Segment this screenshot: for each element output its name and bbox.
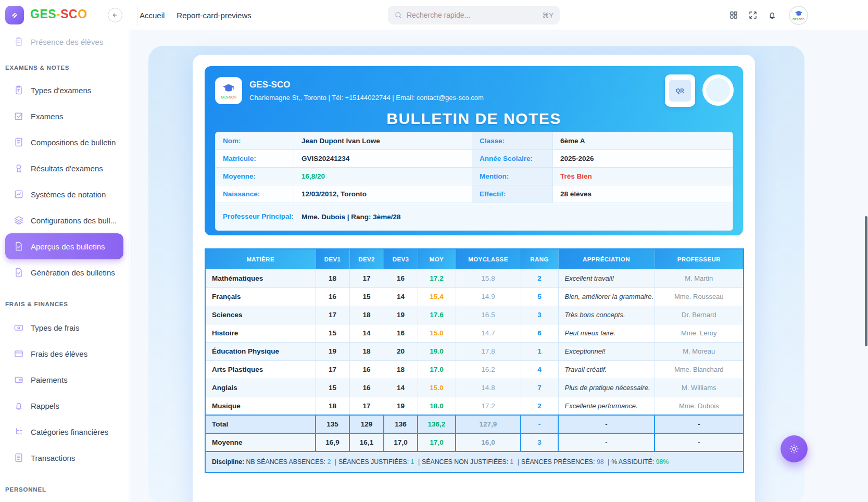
cell-professeur: M. Moreau bbox=[655, 342, 744, 360]
cell-moyclasse: 16,0 bbox=[456, 433, 521, 451]
discipline-separator: | bbox=[333, 458, 338, 466]
school-contact: Charlemagne St,, Toronto | Tél: +1514402… bbox=[249, 94, 484, 102]
grades-header-row: MATIÈREDEV1DEV2DEV3MOYMOYCLASSERANGAPPRÉ… bbox=[205, 249, 744, 269]
cell-appreciation: - bbox=[558, 415, 655, 433]
info-label-annee-scolaire: Année Scolaire: bbox=[472, 150, 553, 168]
sidebar-item-label: Aperçus des bulletins bbox=[31, 242, 105, 251]
cell-moyclasse: 16.5 bbox=[456, 306, 521, 324]
clipboard-icon bbox=[14, 36, 24, 47]
grades-table-wrap: MATIÈREDEV1DEV2DEV3MOYMOYCLASSERANGAPPRÉ… bbox=[205, 248, 743, 473]
cell-rang: 6 bbox=[521, 324, 558, 342]
cell-rang: 5 bbox=[521, 287, 558, 306]
sidebar-item-apercus-des-bulletins[interactable]: Aperçus des bulletins bbox=[5, 233, 123, 259]
cell-dev1: 16,9 bbox=[316, 433, 349, 451]
cell-rang: 4 bbox=[521, 360, 558, 379]
sidebar-item-compositions-de-bulletin[interactable]: Compositions de bulletin bbox=[5, 129, 123, 155]
cell-moy: 15.4 bbox=[418, 287, 456, 306]
sidebar-item-transactions[interactable]: Transactions bbox=[5, 445, 123, 471]
vertical-scrollbar[interactable] bbox=[865, 216, 867, 346]
sidebar-item-frais-des-eleves[interactable]: Frais des élèves bbox=[5, 341, 123, 367]
sidebar-item-generation-des-bulletins[interactable]: Génération des bulletins bbox=[5, 259, 123, 285]
graduation-cap-icon bbox=[220, 83, 237, 95]
tree-icon bbox=[14, 426, 24, 437]
sidebar-item-label: Paiements bbox=[31, 375, 68, 384]
discipline-label: Discipline: bbox=[212, 458, 246, 466]
fullscreen-icon[interactable] bbox=[748, 10, 758, 20]
discipline-stat-label: SÉANCES PRÉSENCES: bbox=[521, 458, 597, 466]
info-value-classe: 6ème A bbox=[553, 132, 733, 150]
cell-moy: 15.0 bbox=[418, 379, 456, 397]
search-icon bbox=[394, 11, 402, 19]
cell-rang: - bbox=[521, 415, 558, 433]
cell-moyclasse: 127,9 bbox=[456, 415, 521, 433]
sidebar-item-label: Catégories financières bbox=[31, 428, 108, 436]
cell-professeur: - bbox=[655, 415, 744, 433]
table-row: Histoire15141615.014.76Peut mieux faire.… bbox=[205, 324, 744, 342]
apps-grid-icon[interactable] bbox=[729, 10, 738, 20]
table-row: Arts Plastiques17161817.016.24Travail cr… bbox=[205, 360, 744, 379]
sidebar-item-paiements[interactable]: Paiements bbox=[5, 367, 123, 393]
seal-inner bbox=[706, 78, 730, 102]
cell-matiere: Moyenne bbox=[205, 433, 316, 451]
table-row: Éducation Physique19182019.017.81Excepti… bbox=[205, 342, 744, 360]
info-label-matricule: Matricule: bbox=[216, 150, 294, 168]
cell-moyclasse: 17.8 bbox=[456, 342, 521, 360]
search-shortcut: ⌘Y bbox=[542, 11, 553, 19]
cell-moy: 17,0 bbox=[418, 433, 456, 451]
cell-moy: 17.2 bbox=[418, 269, 456, 287]
app-logo-icon bbox=[5, 6, 24, 24]
discipline-separator: | bbox=[515, 458, 521, 466]
cell-dev3: 14 bbox=[384, 379, 418, 397]
nav-link-accueil[interactable]: Accueil bbox=[140, 11, 165, 20]
discipline-stat-label: % ASSIDUITÉ: bbox=[611, 458, 656, 466]
sidebar-item-categories-financieres[interactable]: Catégories financières bbox=[5, 419, 123, 445]
sidebar-item-resultats-d-examens[interactable]: Résultats d'examens bbox=[5, 155, 123, 181]
cell-moyclasse: 14.8 bbox=[456, 379, 521, 397]
school-seal-placeholder bbox=[702, 74, 734, 106]
column-header-dev3: DEV3 bbox=[384, 249, 418, 269]
sidebar-item-configurations-des-bull[interactable]: Configurations des bull... bbox=[5, 207, 123, 233]
user-avatar[interactable]: GES-SCO bbox=[789, 6, 808, 25]
cell-professeur: Mme. Rousseau bbox=[655, 287, 744, 306]
sidebar-item-systemes-de-notation[interactable]: Systèmes de notation bbox=[5, 181, 123, 207]
cell-dev2: 17 bbox=[349, 269, 384, 287]
discipline-stat-value: 2 bbox=[327, 458, 332, 466]
cell-moyclasse: 16.2 bbox=[456, 360, 521, 379]
column-header-appreciation: APPRÉCIATION bbox=[558, 249, 655, 269]
sidebar-item-types-d-examens[interactable]: Types d'examens bbox=[5, 77, 123, 103]
sidebar-collapse-button[interactable] bbox=[108, 8, 122, 22]
table-row: Sciences17181917.616.53Très bons concept… bbox=[205, 306, 744, 324]
cell-matiere: Sciences bbox=[205, 306, 316, 324]
info-label-professeur-principal: Professeur Principal: bbox=[216, 203, 294, 230]
sidebar-item-presence-des-eleves[interactable]: Présence des élèves bbox=[0, 30, 129, 53]
info-label-naissance: Naissance: bbox=[216, 185, 294, 203]
sidebar-item-examens[interactable]: Examens bbox=[5, 103, 123, 129]
student-info-table: Nom:Jean Dupont Ivan LoweClasse:6ème AMa… bbox=[215, 132, 733, 231]
cell-dev3: 19 bbox=[384, 397, 418, 415]
column-header-moyclasse: MOYCLASSE bbox=[456, 249, 521, 269]
cell-rang: 2 bbox=[521, 269, 558, 287]
cell-dev2: 16 bbox=[349, 379, 384, 397]
sidebar-item-rappels[interactable]: Rappels bbox=[5, 393, 123, 419]
info-label-moyenne: Moyenne: bbox=[216, 168, 294, 185]
cell-matiere: Éducation Physique bbox=[205, 342, 316, 360]
report-title: BULLETIN DE NOTES bbox=[205, 110, 743, 128]
receipt-icon bbox=[14, 453, 24, 463]
cell-dev3: 18 bbox=[384, 360, 418, 379]
nav-link-report-card-previews[interactable]: Report-card-previews bbox=[177, 11, 251, 20]
sidebar-item-types-de-frais[interactable]: Types de frais bbox=[5, 315, 123, 341]
discipline-separator: | bbox=[606, 458, 611, 466]
notifications-bell-icon[interactable] bbox=[768, 10, 777, 20]
file-check-icon bbox=[14, 241, 24, 252]
cell-dev1: 17 bbox=[316, 306, 349, 324]
school-info: GES-SCO Charlemagne St,, Toronto | Tél: … bbox=[249, 80, 484, 102]
cell-appreciation: - bbox=[558, 433, 655, 451]
search-bar[interactable]: ⌘Y bbox=[388, 6, 560, 24]
sidebar-item-label: Génération des bulletins bbox=[31, 268, 115, 277]
sidebar-item-label: Résultats d'examens bbox=[31, 164, 103, 173]
cell-dev1: 18 bbox=[316, 269, 349, 287]
search-input[interactable] bbox=[407, 11, 542, 19]
discipline-stat-label: SÉANCES JUSTIFIÉES: bbox=[338, 458, 411, 466]
cell-appreciation: Bien, améliorer la grammaire. bbox=[558, 287, 655, 306]
settings-fab[interactable] bbox=[781, 435, 808, 462]
